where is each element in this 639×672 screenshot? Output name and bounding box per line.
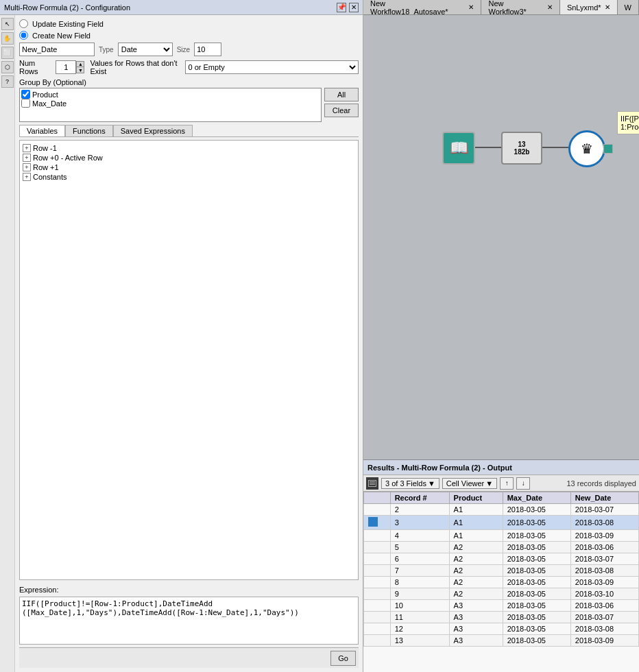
cell-new_date: 2018-03-06: [570, 542, 638, 553]
numrows-down[interactable]: ▼: [76, 67, 84, 73]
tab-workflow3[interactable]: New Workflow3* ✕: [481, 0, 559, 14]
help-icon[interactable]: ?: [1, 75, 14, 88]
tab-saved-expressions[interactable]: Saved Expressions: [113, 125, 193, 136]
groupby-maxdate-checkbox[interactable]: [21, 99, 30, 108]
cell-new_date: 2018-03-08: [570, 516, 638, 530]
tool-node-formula[interactable]: ♛: [568, 130, 605, 167]
config-area: Update Existing Field Create New Field T…: [15, 15, 363, 672]
cell-max_date: 2018-03-05: [503, 565, 570, 577]
viewer-button[interactable]: Cell Viewer ▼: [442, 478, 497, 489]
tab-snlyxmd-close[interactable]: ✕: [605, 3, 610, 11]
right-tabs: New Workflow18_Autosave* ✕ New Workflow3…: [363, 0, 639, 15]
cell-product: A2: [449, 553, 503, 565]
row-indicator-cell: [364, 504, 391, 516]
tab-functions[interactable]: Functions: [65, 125, 113, 136]
all-button[interactable]: All: [324, 88, 359, 101]
expand-minus1-icon[interactable]: +: [23, 144, 31, 152]
type-select[interactable]: Date: [118, 43, 173, 56]
expand-constants-icon[interactable]: +: [23, 173, 31, 181]
row-indicator-cell: [364, 565, 391, 577]
tab-variables[interactable]: Variables: [19, 125, 65, 136]
select-icon[interactable]: ⬜: [1, 47, 14, 59]
left-sidebar: ↖ ✋ ⬜ ⬡ ?: [0, 15, 15, 672]
fields-dropdown-icon: ▼: [428, 479, 435, 488]
row-indicator-cell: [364, 516, 391, 530]
cell-num: 5: [390, 542, 449, 553]
tab-w[interactable]: W: [618, 0, 639, 14]
groupby-product-checkbox[interactable]: [21, 90, 30, 99]
viewer-label: Cell Viewer: [446, 479, 484, 488]
tree-row-plus1[interactable]: + Row +1: [23, 163, 355, 172]
sort-desc-button[interactable]: ↓: [516, 477, 530, 490]
numrows-up[interactable]: ▲: [76, 61, 84, 67]
records-info: 13 records displayed: [566, 479, 636, 488]
values-select[interactable]: 0 or Empty: [185, 60, 359, 74]
expand-plus1-icon[interactable]: +: [23, 163, 31, 171]
sort-asc-button[interactable]: ↑: [500, 477, 514, 490]
tab-workflow18-close[interactable]: ✕: [468, 3, 474, 11]
clear-button[interactable]: Clear: [324, 104, 359, 117]
col-product: Product: [449, 492, 503, 504]
update-field-label: Update Existing Field: [32, 20, 104, 28]
cell-num: 13: [390, 635, 449, 647]
type-label: Type: [99, 46, 114, 53]
tab-workflow3-close[interactable]: ✕: [547, 3, 553, 11]
tab-workflow3-label: New Workflow3*: [488, 0, 543, 16]
hand-icon[interactable]: ✋: [1, 32, 14, 45]
cell-product: A3: [449, 623, 503, 635]
table-row[interactable]: 12A32018-03-052018-03-08: [364, 623, 639, 635]
table-row[interactable]: 10A32018-03-052018-03-06: [364, 600, 639, 612]
groupby-buttons: All Clear: [324, 88, 359, 122]
numrows-input[interactable]: [56, 60, 76, 74]
fields-button[interactable]: 3 of 3 Fields ▼: [381, 478, 439, 489]
groupby-item-product: Product: [21, 90, 320, 99]
tree-item-label-zero: Row +0 - Active Row: [33, 154, 103, 162]
table-row[interactable]: 3A12018-03-052018-03-08: [364, 516, 639, 530]
field-name-input[interactable]: [19, 43, 95, 56]
close-button[interactable]: ✕: [349, 3, 359, 12]
tree-row-minus1[interactable]: + Row -1: [23, 143, 355, 153]
expand-zero-icon[interactable]: +: [23, 154, 31, 162]
table-row[interactable]: 11A32018-03-052018-03-07: [364, 612, 639, 623]
table-row[interactable]: 13A32018-03-052018-03-09: [364, 635, 639, 647]
table-row[interactable]: 5A22018-03-052018-03-06: [364, 542, 639, 553]
row-indicator-cell: [364, 588, 391, 600]
expression-textarea[interactable]: IIF([Product]!=[Row-1:Product],DateTimeA…: [19, 597, 359, 645]
cell-product: A2: [449, 565, 503, 577]
cell-max_date: 2018-03-05: [503, 577, 570, 588]
create-field-radio[interactable]: [19, 31, 28, 40]
tree-row-constants[interactable]: + Constants: [23, 172, 355, 182]
row-indicator-cell: [364, 542, 391, 553]
row-indicator-cell: [364, 553, 391, 565]
table-row[interactable]: 8A22018-03-052018-03-09: [364, 577, 639, 588]
table-row[interactable]: 7A22018-03-052018-03-08: [364, 565, 639, 577]
connector-1: [475, 147, 501, 148]
table-row[interactable]: 9A22018-03-052018-03-10: [364, 588, 639, 600]
table-row[interactable]: 2A12018-03-052018-03-07: [364, 504, 639, 516]
tool-node-read[interactable]: 📖: [442, 132, 475, 165]
row-indicator-cell: [364, 530, 391, 542]
size-input[interactable]: [194, 43, 221, 56]
table-row[interactable]: 4A12018-03-052018-03-09: [364, 530, 639, 542]
cell-num: 10: [390, 600, 449, 612]
groupby-label: Group By (Optional): [19, 78, 359, 86]
tree-item-label-plus1: Row +1: [33, 163, 59, 171]
tab-snlyxmd[interactable]: SnLyxmd* ✕: [560, 0, 618, 14]
tab-snlyxmd-label: SnLyxmd*: [567, 3, 601, 12]
tree-row-zero[interactable]: + Row +0 - Active Row: [23, 153, 355, 163]
cell-max_date: 2018-03-05: [503, 542, 570, 553]
row-indicator-cell: [364, 612, 391, 623]
tooltip-box: IIF([Product]!=[Row-1:Product],DateTimeA…: [617, 111, 639, 134]
go-button[interactable]: Go: [330, 651, 356, 666]
groupby-product-label: Product: [32, 91, 58, 99]
pin-button[interactable]: 📌: [337, 3, 346, 12]
tab-workflow18[interactable]: New Workflow18_Autosave* ✕: [363, 0, 481, 14]
connect-icon[interactable]: ⬡: [1, 61, 14, 73]
update-field-radio[interactable]: [19, 19, 28, 28]
cell-num: 2: [390, 504, 449, 516]
table-row[interactable]: 6A22018-03-052018-03-07: [364, 553, 639, 565]
results-table-wrap[interactable]: Record # Product Max_Date New_Date 2A120…: [363, 492, 639, 672]
cursor-icon[interactable]: ↖: [1, 18, 14, 30]
bottom-bar: Go: [19, 647, 359, 668]
tool-node-middle[interactable]: 13182b: [501, 132, 542, 165]
